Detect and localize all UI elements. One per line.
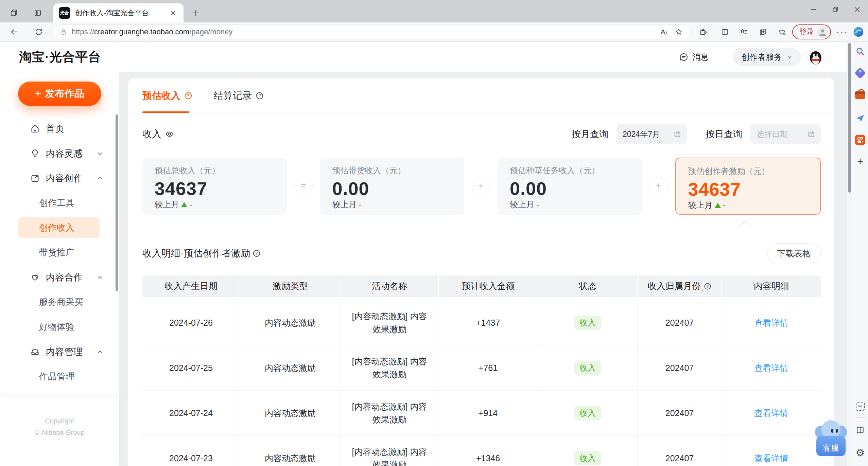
tab-actions-icon[interactable] [32, 7, 44, 19]
view-detail-link[interactable]: 查看详情 [754, 452, 788, 465]
stat-card-sales-income[interactable]: 预估带货收入（元） 0.00 较上月- [320, 158, 465, 215]
sidebar-item-cooperation[interactable]: 内容合作 [0, 265, 119, 290]
svg-text:?: ? [256, 251, 258, 256]
split-screen-icon[interactable] [717, 24, 732, 39]
sidebar-item-inspiration[interactable]: 内容灵感 [0, 141, 119, 166]
date-picker[interactable]: 选择日期 [750, 124, 821, 144]
tab-estimated-income[interactable]: 预估收入 ? [142, 78, 193, 113]
col-activity: 活动名称 [341, 275, 438, 297]
note-edit-icon [30, 173, 40, 183]
view-detail-link[interactable]: 查看详情 [754, 407, 788, 419]
messages-label: 消息 [692, 52, 709, 62]
help-icon[interactable]: ? [252, 249, 261, 258]
shopping-tag-icon[interactable] [854, 67, 866, 79]
new-tab-button[interactable] [190, 7, 202, 19]
tab-close-icon[interactable] [168, 8, 178, 18]
back-icon[interactable] [7, 24, 22, 39]
chevron-up-icon [96, 174, 104, 182]
login-label: 登录 [799, 27, 814, 37]
favorites-list-icon[interactable] [736, 24, 751, 39]
trend-up-icon [181, 202, 187, 207]
split-window-icon[interactable] [854, 424, 866, 436]
url-bar[interactable]: https://creator.guanghe.taobao.com/page/… [53, 24, 691, 39]
collections-icon[interactable] [756, 24, 770, 39]
sidebar-item-service-purchase[interactable]: 服务商采买 [0, 290, 119, 315]
customer-support-widget[interactable]: 客服 [816, 420, 846, 456]
main-area: 预估收入 ? 结算记录 ? 收入 按月查 [119, 72, 847, 466]
extensions-icon[interactable] [695, 24, 710, 39]
sidebar-item-works-management[interactable]: 作品管理 [0, 364, 119, 389]
col-detail: 内容明细 [722, 275, 821, 297]
screenshot-icon[interactable]: ✂ [854, 400, 866, 412]
browser-menu-icon[interactable]: ··· [834, 27, 851, 37]
income-header-row: 收入 按月查询 2024年7月 按日查询 [142, 124, 821, 144]
messages-button[interactable]: 消息 [679, 52, 709, 62]
help-icon[interactable]: ? [184, 91, 193, 100]
favorite-star-icon[interactable] [671, 24, 686, 39]
view-detail-link[interactable]: 查看详情 [754, 361, 788, 374]
paper-plane-icon[interactable] [854, 112, 866, 124]
window-restore-button[interactable] [824, 0, 846, 19]
tab-settlement-record[interactable]: 结算记录 ? [214, 78, 264, 113]
sidebar-item-creation-tools[interactable]: 创作工具 [0, 191, 119, 215]
col-date: 收入产生日期 [142, 275, 240, 297]
stat-card-task-income[interactable]: 预估种草任务收入（元） 0.00 较上月- [498, 158, 642, 215]
svg-text:?: ? [187, 93, 189, 98]
sidebar-item-content-management[interactable]: 内容管理 [0, 339, 119, 364]
refresh-icon[interactable] [31, 24, 46, 39]
sidebar-item-creation-income[interactable]: 创作收入 [0, 215, 119, 240]
chevron-up-icon [96, 348, 104, 356]
url-path: /page/money [189, 28, 232, 36]
sidebar-item-creation[interactable]: 内容创作 [0, 166, 119, 191]
window-minimize-button[interactable] [803, 0, 824, 19]
view-detail-link[interactable]: 查看详情 [754, 316, 788, 329]
tab-favicon: 光合 [59, 7, 70, 19]
toolbar-divider [714, 28, 714, 36]
url-scheme: https:// [72, 28, 94, 36]
settings-gear-icon[interactable]: ⚙ [854, 447, 866, 459]
site-header: 淘宝·光合平台 消息 创作者服务 [0, 42, 847, 72]
date-picker-placeholder: 选择日期 [757, 129, 807, 140]
sidebar-item-home[interactable]: 首页 [0, 116, 119, 141]
stat-card-creator-incentive[interactable]: 预估创作者激励（元） 34637 较上月- [675, 158, 821, 215]
stat-cards-row: 预估总收入（元） 34637 较上月- = 预估带货收入（元） 0.00 较上月… [142, 158, 821, 215]
help-icon[interactable]: ? [255, 91, 264, 100]
window-close-button[interactable] [846, 0, 868, 19]
user-avatar[interactable] [806, 48, 825, 66]
add-sidebar-item-icon[interactable]: + [854, 156, 866, 167]
login-button[interactable]: 登录 [792, 24, 831, 39]
browser-essentials-icon[interactable] [775, 24, 789, 39]
publish-button[interactable]: + 发布作品 [18, 82, 101, 106]
calendar-icon [807, 130, 815, 138]
sidebar-item-promotion[interactable]: 带货推广 [0, 240, 119, 265]
page-scrollbar[interactable] [847, 42, 852, 466]
table-row: 2024-07-24 内容动态激励 [内容动态激励] 内容效果激励 +914 收… [142, 391, 821, 436]
edge-sidebar: + ✂ ⚙ [852, 42, 868, 466]
plus-operator-icon: + [472, 177, 490, 195]
copilot-icon[interactable] [851, 24, 866, 39]
workspaces-icon[interactable] [8, 7, 20, 19]
browser-tab[interactable]: 光合 创作收入-淘宝光合平台 [53, 3, 184, 22]
sidebar-item-product-trial[interactable]: 好物体验 [0, 315, 119, 339]
window-controls [803, 0, 868, 22]
page-scrollbar-thumb[interactable] [848, 43, 851, 193]
tools-icon[interactable] [854, 89, 866, 101]
help-icon[interactable]: ? [704, 282, 712, 290]
creator-service-menu[interactable]: 创作者服务 [733, 48, 801, 66]
month-picker[interactable]: 2024年7月 [617, 124, 687, 144]
lock-icon [59, 28, 68, 36]
eye-icon[interactable] [165, 129, 174, 139]
site-logo[interactable]: 淘宝·光合平台 [19, 49, 101, 66]
month-picker-value: 2024年7月 [623, 129, 673, 140]
kuaishou-icon[interactable] [854, 134, 866, 146]
stat-card-total-income[interactable]: 预估总收入（元） 34637 较上月- [142, 158, 287, 215]
read-aloud-icon[interactable]: A) [656, 24, 671, 39]
month-query-label: 按月查询 [572, 128, 608, 140]
col-status: 状态 [538, 275, 637, 297]
status-badge: 收入 [574, 361, 601, 375]
search-icon[interactable] [854, 46, 866, 57]
table-row: 2024-07-26 内容动态激励 [内容动态激励] 内容效果激励 +1437 … [142, 300, 821, 345]
sidebar-scrollbar-thumb[interactable] [116, 114, 118, 291]
download-table-button[interactable]: 下载表格 [767, 244, 821, 263]
detail-title: 收入明细-预估创作者激励 [142, 247, 250, 260]
